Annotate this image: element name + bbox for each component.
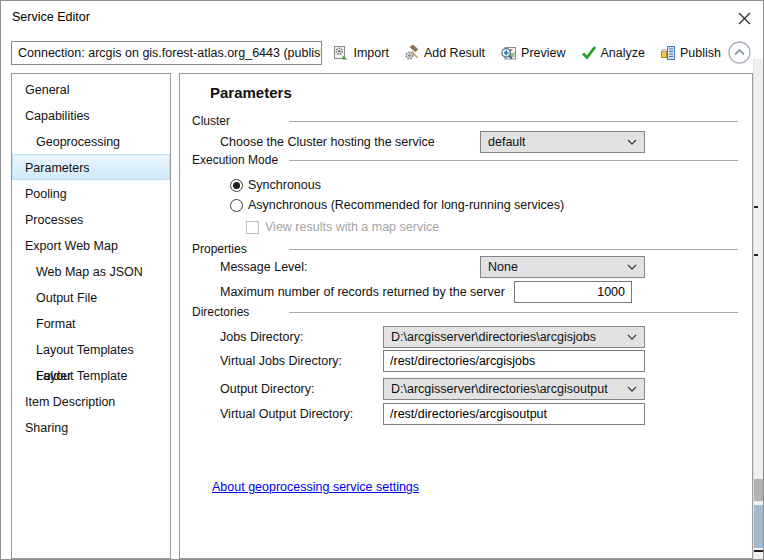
analyze-button[interactable]: Analyze xyxy=(581,45,645,60)
virtual-output-directory-input[interactable] xyxy=(383,403,645,425)
sidebar-item-sharing[interactable]: Sharing xyxy=(12,414,170,440)
sidebar-item-web-map-as-json[interactable]: Web Map as JSON xyxy=(12,258,170,284)
import-icon xyxy=(333,45,349,61)
synchronous-option: Synchronous xyxy=(230,178,752,192)
sidebar-item-output-file[interactable]: Output File xyxy=(12,284,170,310)
parameters-panel: Parameters Cluster Choose the Cluster ho… xyxy=(179,73,753,559)
scrollbar-thumb[interactable] xyxy=(754,505,763,548)
publish-icon xyxy=(660,45,676,61)
message-level-dropdown[interactable]: None xyxy=(480,256,645,278)
directories-section-header: Directories xyxy=(192,305,738,319)
sidebar-item-layout-template[interactable]: Layout Template xyxy=(12,362,170,388)
cluster-section-label: Cluster xyxy=(192,114,289,128)
toolbar: Connection: arcgis on gis.forest-atlas.o… xyxy=(11,39,751,66)
connection-field[interactable]: Connection: arcgis on gis.forest-atlas.o… xyxy=(11,41,322,65)
view-results-label: View results with a map service xyxy=(265,220,439,234)
virtual-jobs-directory-label: Virtual Jobs Directory: xyxy=(220,354,342,368)
jobs-directory-dropdown[interactable]: D:\arcgisserver\directories\arcgisjobs xyxy=(383,326,645,348)
window-scrollbar[interactable] xyxy=(753,59,763,559)
jobs-directory-row: Jobs Directory: D:\arcgisserver\director… xyxy=(220,326,645,348)
close-button[interactable] xyxy=(733,7,755,29)
window-title: Service Editor xyxy=(12,10,90,24)
properties-section-label: Properties xyxy=(192,242,289,256)
chevron-up-circle-icon xyxy=(728,41,751,64)
about-link-container: About geoprocessing service settings xyxy=(212,480,752,494)
sidebar-item-pooling[interactable]: Pooling xyxy=(12,180,170,206)
about-geoprocessing-link[interactable]: About geoprocessing service settings xyxy=(212,480,419,494)
synchronous-radio[interactable] xyxy=(230,179,243,192)
message-level-label: Message Level: xyxy=(220,260,308,274)
virtual-output-directory-label: Virtual Output Directory: xyxy=(220,407,353,421)
message-level-row: Message Level: None xyxy=(220,256,645,278)
analyze-check-icon xyxy=(581,45,597,60)
import-button[interactable]: Import xyxy=(333,45,388,61)
analyze-button-label: Analyze xyxy=(601,46,645,60)
add-result-button-label: Add Result xyxy=(424,46,485,60)
cluster-dropdown-value: default xyxy=(488,135,526,149)
scrollbar-mark xyxy=(754,206,758,208)
asynchronous-label: Asynchronous (Recommended for long-runni… xyxy=(248,198,564,212)
execution-mode-section-header: Execution Mode xyxy=(192,153,738,167)
virtual-jobs-directory-row: Virtual Jobs Directory: xyxy=(220,350,645,372)
close-icon xyxy=(738,12,751,25)
output-directory-dropdown[interactable]: D:\arcgisserver\directories\arcgisoutput xyxy=(383,378,645,400)
sidebar-item-general[interactable]: General xyxy=(12,76,170,102)
asynchronous-option: Asynchronous (Recommended for long-runni… xyxy=(230,198,752,212)
virtual-output-directory-row: Virtual Output Directory: xyxy=(220,403,645,425)
cluster-dropdown[interactable]: default xyxy=(480,131,645,153)
section-divider xyxy=(289,121,738,122)
execution-mode-section-label: Execution Mode xyxy=(192,153,289,167)
output-directory-row: Output Directory: D:\arcgisserver\direct… xyxy=(220,378,645,400)
sidebar-item-processes[interactable]: Processes xyxy=(12,206,170,232)
scrollbar-mark xyxy=(754,550,763,552)
preview-icon xyxy=(500,45,517,61)
import-button-label: Import xyxy=(353,46,388,60)
directories-section-label: Directories xyxy=(192,305,289,319)
synchronous-label: Synchronous xyxy=(248,178,321,192)
virtual-jobs-directory-input[interactable] xyxy=(383,350,645,372)
scrollbar-mark xyxy=(754,479,763,501)
chevron-down-icon xyxy=(627,264,637,270)
asynchronous-radio[interactable] xyxy=(230,199,243,212)
add-result-button[interactable]: Add Result xyxy=(404,45,485,61)
publish-button-label: Publish xyxy=(680,46,721,60)
output-directory-value: D:\arcgisserver\directories\arcgisoutput xyxy=(391,382,608,396)
cluster-row: Choose the Cluster hosting the service d… xyxy=(220,131,645,153)
max-records-label: Maximum number of records returned by th… xyxy=(220,285,505,299)
sidebar-item-parameters[interactable]: Parameters xyxy=(12,154,170,180)
toolbar-buttons: Import Add Result Preview xyxy=(333,45,721,61)
publish-button[interactable]: Publish xyxy=(660,45,721,61)
section-divider xyxy=(289,249,738,250)
section-divider xyxy=(289,160,738,161)
properties-section-header: Properties xyxy=(192,242,738,256)
add-result-icon xyxy=(404,45,420,61)
jobs-directory-value: D:\arcgisserver\directories\arcgisjobs xyxy=(391,330,596,344)
chevron-down-icon xyxy=(627,334,637,340)
sidebar-item-item-description[interactable]: Item Description xyxy=(12,388,170,414)
view-results-option: View results with a map service xyxy=(246,220,752,234)
jobs-directory-label: Jobs Directory: xyxy=(220,330,303,344)
scrollbar-mark xyxy=(754,254,758,256)
output-directory-label: Output Directory: xyxy=(220,382,314,396)
sidebar-item-format[interactable]: Format xyxy=(12,310,170,336)
max-records-input[interactable] xyxy=(514,281,632,303)
message-level-value: None xyxy=(488,260,518,274)
view-results-checkbox xyxy=(246,221,259,234)
preview-button[interactable]: Preview xyxy=(500,45,565,61)
max-records-row: Maximum number of records returned by th… xyxy=(220,281,645,303)
collapse-panel-button[interactable] xyxy=(728,41,751,64)
section-divider xyxy=(289,312,738,313)
sidebar-item-capabilities[interactable]: Capabilities xyxy=(12,102,170,128)
sidebar-item-geoprocessing[interactable]: Geoprocessing xyxy=(12,128,170,154)
preview-button-label: Preview xyxy=(521,46,565,60)
chevron-down-icon xyxy=(627,386,637,392)
sidebar-item-layout-templates-folder[interactable]: Layout Templates Folder xyxy=(12,336,170,362)
cluster-section-header: Cluster xyxy=(192,114,738,128)
choose-cluster-label: Choose the Cluster hosting the service xyxy=(220,135,435,149)
settings-nav-sidebar: General Capabilities Geoprocessing Param… xyxy=(11,73,171,559)
sidebar-item-export-web-map[interactable]: Export Web Map xyxy=(12,232,170,258)
page-title: Parameters xyxy=(210,84,752,101)
title-bar: Service Editor xyxy=(1,1,763,33)
chevron-down-icon xyxy=(627,139,637,145)
